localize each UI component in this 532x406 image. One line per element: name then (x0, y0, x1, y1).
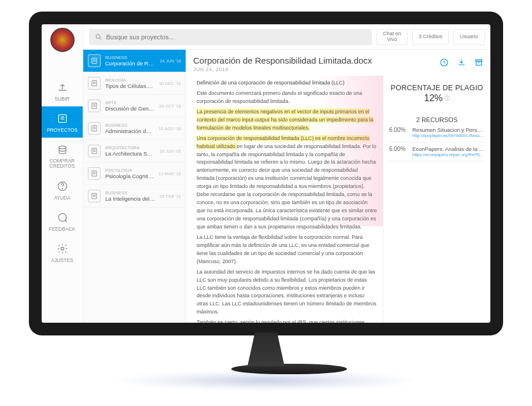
project-category: BUSINESS (105, 190, 155, 195)
gear-icon (56, 242, 69, 255)
doc-paragraph: La autoridad del servicio de impuestos i… (197, 268, 377, 317)
help-icon (56, 180, 69, 193)
doc-text: en lugar de una sociedad de responsabili… (197, 143, 377, 230)
project-item[interactable]: Biología Tipos de Células.pdf 10 DEC '18 (83, 72, 186, 95)
plagiarism-percent: 12%ⓘ (389, 93, 485, 104)
document-actions (439, 56, 483, 68)
search-icon (95, 33, 102, 41)
user-button[interactable]: Usuario (453, 29, 485, 45)
svg-rect-0 (58, 115, 66, 122)
project-date: 12 MAR '18 (158, 171, 181, 176)
svg-point-6 (61, 247, 64, 250)
resource-name: Resumen Situacion y Persp... (412, 127, 485, 133)
resource-item[interactable]: 6.00% Resumen Situacion y Persp... http:… (389, 123, 485, 142)
svg-point-3 (59, 146, 66, 149)
projects-icon (56, 112, 69, 125)
doc-paragraph: Este documento comenzará primero dando e… (197, 90, 377, 106)
project-category: ARQUITECTURA (105, 145, 155, 150)
chat-button[interactable]: Chat en Vivo (376, 29, 408, 45)
nav-label: AYUDA (54, 195, 71, 201)
resource-url: https://econpapers.repec.org/RePEc:pab:r… (412, 152, 485, 157)
project-item[interactable]: BUSINESS La Inteligencia del Mercado... … (83, 185, 186, 208)
monitor-stand (231, 333, 301, 374)
nav-feedback[interactable]: FEEDBACK (42, 205, 83, 237)
app-screen: SUBIR PROYECTOS COMPRAR CREDITOS AYUDA (42, 24, 490, 323)
svg-rect-9 (92, 58, 97, 63)
nav-ayuda[interactable]: AYUDA (42, 174, 83, 205)
main-area: Chat en Vivo 3 Créditos Usuario BUSINESS… (83, 24, 490, 323)
document-pane: Corporación de Responsibilidad Limitada.… (186, 50, 490, 323)
project-item[interactable]: BUSINESS Administración de Marketing... … (83, 117, 186, 140)
project-item[interactable]: PSICOLOGIA Psicología Cognitiva.pdf 12 M… (83, 163, 186, 185)
svg-line-8 (99, 38, 101, 39)
info-icon[interactable]: ⓘ (445, 95, 450, 101)
upload-icon (56, 81, 69, 94)
plagiarism-title: PORCENTAJE DE PLAGIO (389, 84, 485, 92)
document-icon (88, 167, 101, 180)
document-icon (88, 190, 101, 202)
nav-label: COMPRAR CREDITOS (42, 158, 83, 169)
search-box[interactable] (89, 29, 372, 45)
project-item[interactable]: ARQUITECTURA La Architectura Social.docx… (83, 140, 186, 163)
coins-icon (56, 143, 69, 156)
project-list: BUSINESS Corporación de Responsibilid...… (83, 50, 186, 323)
archive-icon[interactable] (474, 58, 483, 68)
project-category: BUSINESS (105, 123, 154, 128)
project-title: Tipos de Células.pdf (105, 83, 154, 89)
document-icon (88, 99, 101, 112)
resource-name: EconPapers: Analisis de la e... (412, 146, 485, 152)
search-input[interactable] (106, 34, 366, 40)
document-icon (88, 54, 101, 67)
project-date: 05 FEB '18 (160, 194, 181, 199)
nav-label: FEEDBACK (49, 226, 76, 232)
project-date: 24 OCT '18 (159, 104, 181, 109)
credits-button[interactable]: 3 Créditos (412, 29, 449, 45)
nav-comprar[interactable]: COMPRAR CREDITOS (42, 138, 83, 174)
nav-ajustes[interactable]: AJUSTES (42, 237, 83, 268)
resource-percent: 6.00% (389, 127, 409, 138)
doc-heading: Definición de una corporación de respons… (197, 79, 377, 87)
svg-rect-24 (92, 171, 97, 176)
topbar: Chat en Vivo 3 Créditos Usuario (83, 24, 490, 50)
project-title: Administración de Marketing... (105, 128, 154, 134)
document-header: Corporación de Responsibilidad Limitada.… (186, 50, 490, 76)
svg-rect-21 (92, 148, 97, 153)
doc-paragraph: La presencia de elementos negativos en e… (197, 108, 377, 132)
svg-rect-15 (92, 103, 97, 108)
left-sidebar: SUBIR PROYECTOS COMPRAR CREDITOS AYUDA (42, 24, 83, 323)
svg-rect-27 (92, 193, 97, 198)
project-item[interactable]: ARTE Discusión de Genero.docx 24 OCT '18 (83, 95, 186, 117)
project-title: Discusión de Genero.docx (105, 105, 154, 112)
doc-paragraph: También es cierto, según lo regulado por… (197, 319, 377, 323)
document-title: Corporación de Responsibilidad Limitada.… (193, 56, 434, 65)
project-item[interactable]: BUSINESS Corporación de Responsibilid...… (83, 50, 186, 72)
doc-paragraph: La LLC tiene la ventaja de flexibilidad … (197, 234, 377, 266)
document-content[interactable]: Definición de una corporación de respons… (186, 76, 383, 323)
project-category: BUSINESS (105, 55, 155, 60)
document-body-row: Definición de una corporación de respons… (186, 76, 490, 323)
document-date: JUN 24, 2018 (193, 67, 434, 72)
project-date: 10 DEC '18 (159, 81, 181, 86)
svg-point-5 (62, 188, 62, 189)
resource-percent: 6.00% (389, 146, 409, 157)
stats-pane: PORCENTAJE DE PLAGIO 12%ⓘ 2 RECURSOS 6.0… (383, 76, 490, 323)
project-title: Corporación de Responsibilid... (105, 60, 155, 67)
nav-subir[interactable]: SUBIR (42, 75, 83, 106)
nav-label: AJUSTES (51, 257, 73, 263)
resource-item[interactable]: 6.00% EconPapers: Analisis de la e... ht… (389, 142, 485, 161)
svg-point-7 (96, 34, 100, 38)
doc-paragraph: Una corporación de responsabilidad limit… (197, 135, 377, 231)
highlighted-text: La presencia de elementos negativos en e… (197, 109, 374, 131)
project-category: Biología (105, 77, 154, 83)
chat-icon (56, 211, 69, 224)
project-title: Psicología Cognitiva.pdf (105, 173, 154, 179)
history-icon[interactable] (439, 58, 449, 68)
nav-label: PROYECTOS (47, 127, 77, 133)
download-icon[interactable] (457, 58, 466, 68)
project-category: PSICOLOGIA (105, 168, 154, 173)
project-category: ARTE (105, 100, 154, 105)
plagiarism-value: 12% (424, 93, 442, 103)
svg-rect-32 (476, 61, 481, 65)
svg-rect-12 (92, 80, 97, 86)
nav-proyectos[interactable]: PROYECTOS (42, 106, 83, 138)
